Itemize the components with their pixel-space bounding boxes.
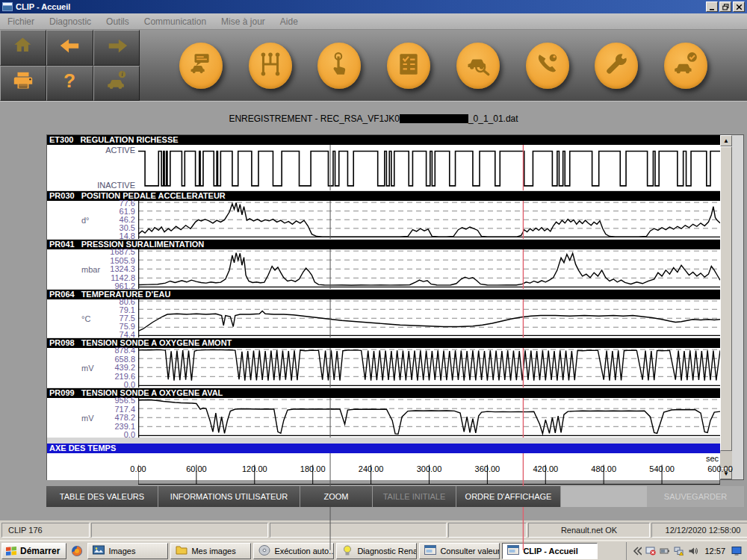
time-axis-body: 0.0060.00120.00180.00240.00300.00360.004…: [47, 453, 720, 480]
vehicle-check-button[interactable]: [664, 43, 707, 89]
back-button[interactable]: [46, 30, 93, 66]
tick-label: 1324.3: [110, 265, 135, 273]
menu-item-aide[interactable]: Aide: [273, 16, 306, 27]
tick-label: 0.0: [124, 381, 135, 389]
car-info-icon: i: [104, 70, 129, 96]
chart-panel-body-ET300: ACTIVEINACTIVE: [47, 145, 720, 190]
vehicle-scan-button[interactable]: [456, 43, 500, 89]
chart-panel-body-PR064: °C80.679.177.575.974.4: [47, 299, 720, 337]
menu-item-outils[interactable]: Outils: [99, 16, 137, 27]
axis-label-zone: d°77.661.946.230.514.8: [47, 201, 138, 239]
chart-area: ET300REGULATION RICHESSEACTIVEINACTIVEPR…: [46, 134, 744, 480]
close-button[interactable]: [733, 1, 745, 12]
plot-PR041[interactable]: [138, 249, 720, 289]
time-axis-label-zone: [47, 453, 138, 480]
help-button[interactable]: ?: [46, 66, 93, 102]
vehicle-diagnostic-button[interactable]: [179, 43, 223, 89]
status-cell-0: CLIP 176: [1, 523, 90, 538]
tick-labels: 1687.51505.91324.31142.8961.2: [110, 248, 135, 290]
plot-PR030[interactable]: [138, 201, 720, 239]
parameter-title: POSITION PEDALE ACCELERATEUR: [81, 191, 226, 201]
menu-item-mise-jour[interactable]: Mise à jour: [214, 16, 273, 27]
time-tick-label: 600.00: [707, 464, 733, 473]
tick-label: 439.2: [114, 364, 135, 372]
gearbox-test-button[interactable]: [249, 43, 292, 89]
manual-command-button[interactable]: [317, 43, 361, 89]
show-desktop-edge[interactable]: [731, 546, 743, 556]
time-unit-label: sec: [706, 454, 719, 463]
parameter-title: REGULATION RICHESSE: [80, 135, 178, 145]
menu-item-communication[interactable]: Communication: [137, 16, 214, 27]
unit-label: mV: [81, 364, 94, 373]
firefox-quicklaunch[interactable]: [69, 543, 85, 559]
axis-label-zone: mV956.5717.4478.2239.10.0: [47, 398, 138, 438]
time-tick-label: 60.00: [186, 464, 207, 473]
state-labels: ACTIVEINACTIVE: [97, 146, 135, 190]
printer-icon: [10, 70, 36, 96]
phone-assistance-button[interactable]: [526, 43, 569, 89]
vehicle-info-button[interactable]: i: [93, 66, 140, 102]
parameter-code: PR098: [49, 338, 75, 348]
chart-panel-body-PR030: d°77.661.946.230.514.8: [47, 201, 720, 239]
scroll-thumb[interactable]: [720, 146, 732, 451]
plot-ET300[interactable]: [138, 145, 720, 190]
recording-title-prefix: ENREGISTREMENT - REC_RSA_VF1JK0: [229, 113, 400, 124]
home-button[interactable]: [0, 30, 46, 66]
window-title: CLIP - Accueil: [16, 2, 70, 11]
minimize-button[interactable]: [706, 1, 718, 12]
function-button-row: [140, 30, 747, 101]
restore-button[interactable]: [719, 1, 731, 12]
plot-PR098[interactable]: [138, 348, 720, 388]
clip-window: CLIP - Accueil FichierDiagnosticOutilsCo…: [0, 0, 747, 540]
forward-button[interactable]: [93, 30, 140, 66]
home-icon: [10, 35, 36, 60]
tick-labels: 956.5717.4478.2239.10.0: [114, 396, 135, 439]
menu-item-fichier[interactable]: Fichier: [0, 16, 42, 27]
informations-utilisateur-button[interactable]: INFORMATIONS UTILISATEUR: [158, 486, 300, 507]
plot-PR064[interactable]: [138, 299, 720, 337]
time-tick-label: 0.00: [130, 464, 146, 473]
svg-text:?: ?: [63, 70, 75, 92]
chart-panel-header-PR098: PR098TENSION SONDE A OXYGENE AMONT: [47, 338, 720, 348]
recording-title: ENREGISTREMENT - REC_RSA_VF1JK0_0_1_01.d…: [0, 113, 747, 124]
chart-panel-PR041: PR041PRESSION SURALIMENTATIONmbar1687.51…: [47, 240, 720, 289]
toolbar: ?i: [0, 30, 747, 101]
menu-item-diagnostic[interactable]: Diagnostic: [42, 16, 99, 27]
checklist-icon: [395, 52, 422, 80]
time-tick-label: 480.00: [591, 464, 616, 473]
zoom-button[interactable]: ZOOM: [300, 486, 373, 507]
unit-label: d°: [81, 216, 90, 225]
window-controls: [706, 1, 745, 12]
time-tick-label: 360.00: [475, 464, 500, 473]
title-bar: CLIP - Accueil: [0, 0, 747, 13]
app-icon: [2, 2, 13, 11]
arrow-right-icon: [104, 35, 129, 60]
wrench-icon: [603, 52, 630, 80]
tick-label: 219.6: [114, 373, 135, 381]
scroll-up-button[interactable]: ▲: [720, 135, 732, 146]
chart-panel-header-PR030: PR030POSITION PEDALE ACCELERATEUR: [47, 191, 720, 201]
plot-PR099[interactable]: [138, 398, 720, 438]
time-axis-plot[interactable]: 0.0060.00120.00180.00240.00300.00360.004…: [138, 453, 720, 480]
parameter-code: PR041: [49, 240, 75, 249]
chart-panel-header-PR064: PR064TEMPERATURE D'EAU: [47, 290, 720, 299]
task-label: Images: [108, 547, 135, 556]
tick-label: 878.4: [114, 346, 135, 355]
start-button[interactable]: Démarrer: [1, 543, 66, 559]
tick-label: 1687.5: [110, 248, 135, 256]
ordre-d-affichage-button[interactable]: ORDRE D'AFFICHAGE: [456, 486, 561, 507]
tools-button[interactable]: [595, 43, 638, 89]
print-button[interactable]: [0, 66, 46, 102]
tick-label: 478.2: [114, 414, 135, 422]
table-des-valeurs-button[interactable]: TABLE DES VALEURS: [46, 486, 158, 507]
tick-label: 961.2: [114, 282, 135, 290]
parameter-title: TENSION SONDE A OXYGENE AMONT: [81, 338, 232, 348]
start-label: Démarrer: [20, 546, 60, 556]
unit-label: mbar: [81, 265, 100, 274]
state-label: ACTIVE: [105, 146, 135, 155]
car-search-icon: [465, 52, 492, 80]
checklist-button[interactable]: [387, 43, 430, 89]
vertical-scrollbar[interactable]: ▲ ▼: [720, 135, 732, 479]
tick-label: 0.0: [124, 431, 135, 439]
help-icon: ?: [57, 70, 82, 96]
